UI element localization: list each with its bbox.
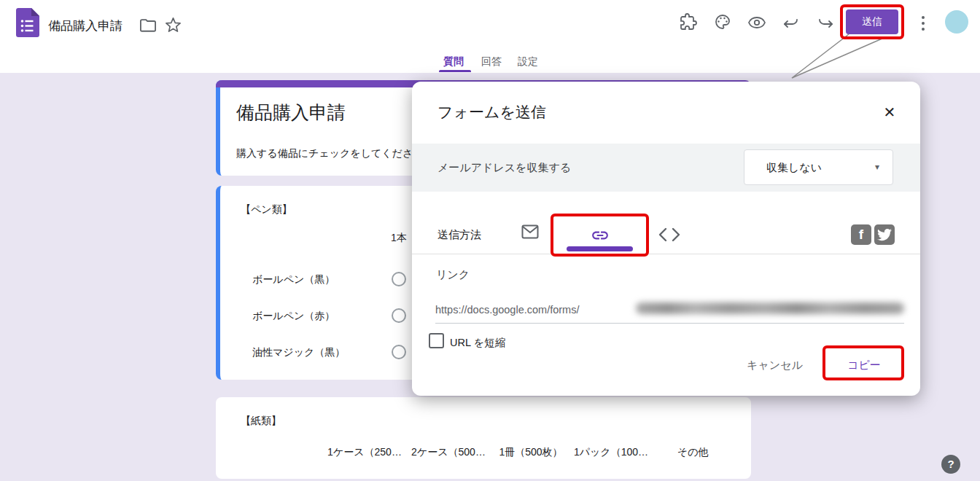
grid-column-header: 1ケース（250… <box>327 446 402 459</box>
collect-email-select[interactable]: 収集しない ▾ <box>744 149 893 185</box>
shorten-url-checkbox[interactable] <box>429 333 444 348</box>
grid-column-header: 1冊（500枚） <box>499 446 562 459</box>
grid-column-header: 1本 <box>391 232 407 245</box>
tab-settings[interactable]: 設定 <box>512 55 544 69</box>
grid-row-label: ボールペン（赤） <box>252 310 335 323</box>
add-ons-puzzle-icon[interactable] <box>680 13 697 31</box>
more-options-kebab-icon[interactable] <box>917 13 929 34</box>
active-tab-indicator <box>439 70 471 72</box>
form-url-blurred-part <box>636 302 904 314</box>
help-button[interactable]: ? <box>941 455 960 474</box>
grid-row-label: 油性マジック（黒） <box>252 346 345 359</box>
preview-eye-icon[interactable] <box>748 14 766 31</box>
form-url-value[interactable]: https://docs.google.com/forms/ <box>435 304 579 316</box>
share-facebook-icon[interactable]: f <box>851 224 871 245</box>
tab-questions[interactable]: 質問 <box>438 55 470 69</box>
facebook-letter: f <box>851 224 871 245</box>
radio-button[interactable] <box>392 272 406 286</box>
undo-icon[interactable] <box>782 15 800 32</box>
dialog-title: フォームを送信 <box>438 102 546 122</box>
send-form-dialog: フォームを送信 ✕ メールアドレスを収集する 収集しない ▾ 送信方法 <box>412 82 920 396</box>
grid-column-header: 1パック（100… <box>574 446 648 459</box>
twitter-bird-icon <box>877 228 892 241</box>
google-forms-logo-icon[interactable] <box>16 8 39 37</box>
radio-button[interactable] <box>392 345 406 359</box>
question-title: 【紙類】 <box>241 415 281 428</box>
google-forms-page: 備品購入申請 送信 <box>0 0 980 481</box>
link-icon <box>591 226 610 245</box>
redo-icon[interactable] <box>817 15 834 32</box>
collect-email-label: メールアドレスを収集する <box>438 161 571 175</box>
question-title: 【ペン類】 <box>241 203 292 216</box>
document-title[interactable]: 備品購入申請 <box>48 17 122 34</box>
share-twitter-icon[interactable] <box>874 224 895 245</box>
collect-email-row: メールアドレスを収集する 収集しない ▾ <box>412 144 920 192</box>
cancel-button[interactable]: キャンセル <box>740 355 809 375</box>
close-icon[interactable]: ✕ <box>881 103 898 121</box>
send-button[interactable]: 送信 <box>846 9 898 34</box>
link-section-label: リンク <box>436 268 470 282</box>
app-header: 備品購入申請 送信 <box>0 0 980 73</box>
shorten-url-label: URL を短縮 <box>450 336 505 350</box>
url-field-underline <box>435 323 904 324</box>
grid-row-label: ボールペン（黒） <box>252 273 335 286</box>
form-card-title: 備品購入申請 <box>236 101 346 125</box>
radio-button[interactable] <box>392 308 406 323</box>
theme-palette-icon[interactable] <box>714 13 731 31</box>
form-card-description: 購入する備品にチェックをしてください <box>236 147 424 160</box>
grid-column-header: 2ケース（500… <box>411 446 486 459</box>
grid-column-header: その他 <box>677 446 709 459</box>
divider <box>412 254 920 254</box>
envelope-icon <box>521 224 539 239</box>
tab-responses[interactable]: 回答 <box>475 55 508 69</box>
move-folder-icon[interactable] <box>140 18 156 32</box>
send-method-embed-tab[interactable] <box>653 219 686 252</box>
account-avatar[interactable] <box>945 10 968 34</box>
copy-button[interactable]: コピー <box>833 355 895 375</box>
question-card-paper[interactable]: 【紙類】 1ケース（250… 2ケース（500… 1冊（500枚） 1パック（1… <box>216 397 751 479</box>
star-icon[interactable] <box>165 17 182 34</box>
send-method-email-tab[interactable] <box>513 219 547 252</box>
send-method-label: 送信方法 <box>438 228 481 242</box>
chevron-down-icon: ▾ <box>875 150 879 184</box>
active-method-indicator <box>567 246 633 251</box>
embed-code-icon <box>658 226 681 243</box>
select-value: 収集しない <box>766 150 822 184</box>
